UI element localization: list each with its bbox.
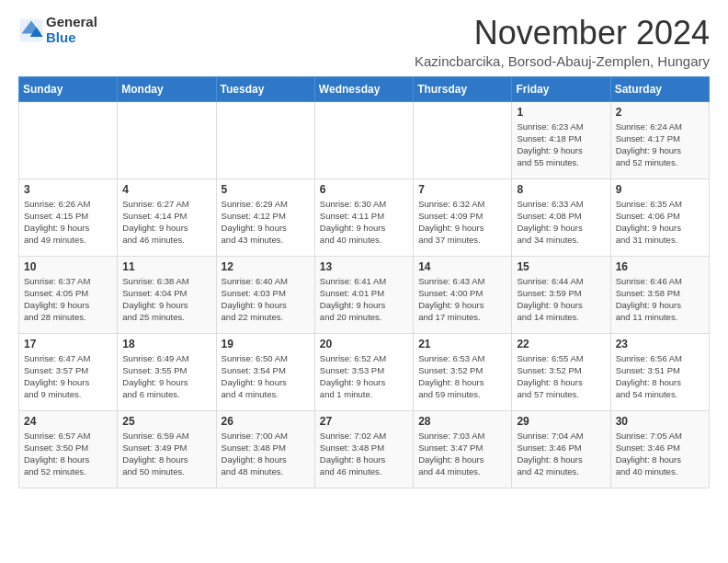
- calendar-cell: 30Sunrise: 7:05 AMSunset: 3:46 PMDayligh…: [610, 410, 709, 488]
- calendar-cell: 18Sunrise: 6:49 AMSunset: 3:55 PMDayligh…: [118, 333, 216, 410]
- calendar-cell: 16Sunrise: 6:46 AMSunset: 3:58 PMDayligh…: [610, 256, 709, 333]
- col-saturday: Saturday: [610, 76, 709, 101]
- calendar-cell: 5Sunrise: 6:29 AMSunset: 4:12 PMDaylight…: [216, 178, 314, 256]
- day-number: 20: [320, 338, 408, 350]
- day-number: 30: [616, 415, 704, 428]
- calendar-week-5: 24Sunrise: 6:57 AMSunset: 3:50 PMDayligh…: [19, 410, 710, 488]
- day-info: Sunrise: 7:00 AMSunset: 3:48 PMDaylight:…: [222, 430, 310, 478]
- day-number: 12: [222, 260, 310, 273]
- day-number: 23: [616, 338, 704, 350]
- calendar-cell: 20Sunrise: 6:52 AMSunset: 3:53 PMDayligh…: [314, 333, 413, 410]
- day-number: 29: [517, 415, 605, 428]
- logo-blue-text: Blue: [46, 29, 76, 45]
- logo-general-text: General: [46, 14, 97, 29]
- calendar-cell: 17Sunrise: 6:47 AMSunset: 3:57 PMDayligh…: [19, 333, 118, 410]
- calendar-table: Sunday Monday Tuesday Wednesday Thursday…: [18, 76, 710, 488]
- day-info: Sunrise: 6:30 AMSunset: 4:11 PMDaylight:…: [320, 198, 408, 247]
- calendar-cell: 25Sunrise: 6:59 AMSunset: 3:49 PMDayligh…: [118, 410, 216, 488]
- day-info: Sunrise: 6:52 AMSunset: 3:53 PMDaylight:…: [320, 352, 408, 401]
- calendar-week-2: 3Sunrise: 6:26 AMSunset: 4:15 PMDaylight…: [19, 178, 710, 256]
- title-block: November 2024 Kazincbarcika, Borsod-Abau…: [415, 15, 710, 69]
- day-info: Sunrise: 6:49 AMSunset: 3:55 PMDaylight:…: [122, 352, 210, 401]
- calendar-cell: [216, 101, 314, 178]
- calendar-cell: 1Sunrise: 6:23 AMSunset: 4:18 PMDaylight…: [512, 101, 610, 178]
- day-info: Sunrise: 6:46 AMSunset: 3:58 PMDaylight:…: [616, 275, 704, 324]
- day-info: Sunrise: 6:24 AMSunset: 4:17 PMDaylight:…: [616, 121, 704, 169]
- day-number: 24: [24, 415, 112, 428]
- day-number: 1: [517, 106, 605, 119]
- header: General Blue November 2024 Kazincbarcika…: [18, 15, 710, 69]
- col-monday: Monday: [118, 76, 216, 101]
- day-info: Sunrise: 6:59 AMSunset: 3:49 PMDaylight:…: [122, 430, 210, 478]
- calendar-cell: 8Sunrise: 6:33 AMSunset: 4:08 PMDaylight…: [512, 178, 610, 256]
- day-number: 15: [517, 260, 605, 273]
- calendar-week-4: 17Sunrise: 6:47 AMSunset: 3:57 PMDayligh…: [19, 333, 710, 410]
- calendar-cell: 4Sunrise: 6:27 AMSunset: 4:14 PMDaylight…: [118, 178, 216, 256]
- day-number: 27: [320, 415, 408, 428]
- day-info: Sunrise: 6:55 AMSunset: 3:52 PMDaylight:…: [517, 352, 605, 401]
- calendar-cell: 6Sunrise: 6:30 AMSunset: 4:11 PMDaylight…: [314, 178, 413, 256]
- day-info: Sunrise: 6:26 AMSunset: 4:15 PMDaylight:…: [24, 198, 112, 247]
- day-number: 8: [517, 183, 605, 196]
- day-info: Sunrise: 6:40 AMSunset: 4:03 PMDaylight:…: [222, 275, 310, 324]
- calendar-cell: [314, 101, 413, 178]
- day-info: Sunrise: 6:23 AMSunset: 4:18 PMDaylight:…: [517, 121, 605, 169]
- day-number: 19: [222, 338, 310, 350]
- day-info: Sunrise: 6:53 AMSunset: 3:52 PMDaylight:…: [418, 352, 506, 401]
- day-info: Sunrise: 6:56 AMSunset: 3:51 PMDaylight:…: [616, 352, 704, 401]
- calendar-cell: [118, 101, 216, 178]
- day-number: 11: [122, 260, 210, 273]
- day-number: 25: [122, 415, 210, 428]
- location-subtitle: Kazincbarcika, Borsod-Abauj-Zemplen, Hun…: [415, 53, 710, 69]
- day-info: Sunrise: 6:29 AMSunset: 4:12 PMDaylight:…: [222, 198, 310, 247]
- day-info: Sunrise: 7:03 AMSunset: 3:47 PMDaylight:…: [418, 430, 506, 478]
- calendar-cell: 3Sunrise: 6:26 AMSunset: 4:15 PMDaylight…: [19, 178, 118, 256]
- day-number: 3: [24, 183, 112, 196]
- day-number: 10: [24, 260, 112, 273]
- day-info: Sunrise: 6:50 AMSunset: 3:54 PMDaylight:…: [222, 352, 310, 401]
- day-info: Sunrise: 6:43 AMSunset: 4:00 PMDaylight:…: [418, 275, 506, 324]
- calendar-cell: 24Sunrise: 6:57 AMSunset: 3:50 PMDayligh…: [19, 410, 118, 488]
- calendar-cell: [414, 101, 512, 178]
- col-sunday: Sunday: [19, 76, 118, 101]
- day-info: Sunrise: 7:04 AMSunset: 3:46 PMDaylight:…: [517, 430, 605, 478]
- calendar-header-row: Sunday Monday Tuesday Wednesday Thursday…: [19, 76, 710, 101]
- calendar-cell: 9Sunrise: 6:35 AMSunset: 4:06 PMDaylight…: [610, 178, 709, 256]
- day-info: Sunrise: 7:02 AMSunset: 3:48 PMDaylight:…: [320, 430, 408, 478]
- calendar-cell: 2Sunrise: 6:24 AMSunset: 4:17 PMDaylight…: [610, 101, 709, 178]
- day-number: 13: [320, 260, 408, 273]
- calendar-cell: 15Sunrise: 6:44 AMSunset: 3:59 PMDayligh…: [512, 256, 610, 333]
- day-number: 21: [418, 338, 506, 350]
- day-info: Sunrise: 7:05 AMSunset: 3:46 PMDaylight:…: [616, 430, 704, 478]
- day-number: 2: [616, 106, 704, 119]
- day-number: 28: [418, 415, 506, 428]
- day-number: 22: [517, 338, 605, 350]
- calendar-cell: 26Sunrise: 7:00 AMSunset: 3:48 PMDayligh…: [216, 410, 314, 488]
- col-friday: Friday: [512, 76, 610, 101]
- calendar-cell: 27Sunrise: 7:02 AMSunset: 3:48 PMDayligh…: [314, 410, 413, 488]
- day-number: 7: [418, 183, 506, 196]
- calendar-cell: [19, 101, 118, 178]
- day-number: 14: [418, 260, 506, 273]
- page: General Blue November 2024 Kazincbarcika…: [0, 0, 728, 498]
- day-info: Sunrise: 6:41 AMSunset: 4:01 PMDaylight:…: [320, 275, 408, 324]
- col-thursday: Thursday: [414, 76, 512, 101]
- day-number: 17: [24, 338, 112, 350]
- calendar-week-3: 10Sunrise: 6:37 AMSunset: 4:05 PMDayligh…: [19, 256, 710, 333]
- calendar-cell: 21Sunrise: 6:53 AMSunset: 3:52 PMDayligh…: [414, 333, 512, 410]
- day-info: Sunrise: 6:35 AMSunset: 4:06 PMDaylight:…: [616, 198, 704, 247]
- day-number: 5: [222, 183, 310, 196]
- calendar-cell: 11Sunrise: 6:38 AMSunset: 4:04 PMDayligh…: [118, 256, 216, 333]
- calendar-cell: 7Sunrise: 6:32 AMSunset: 4:09 PMDaylight…: [414, 178, 512, 256]
- day-number: 9: [616, 183, 704, 196]
- day-number: 6: [320, 183, 408, 196]
- day-info: Sunrise: 6:44 AMSunset: 3:59 PMDaylight:…: [517, 275, 605, 324]
- calendar-cell: 23Sunrise: 6:56 AMSunset: 3:51 PMDayligh…: [610, 333, 709, 410]
- calendar-cell: 28Sunrise: 7:03 AMSunset: 3:47 PMDayligh…: [414, 410, 512, 488]
- calendar-cell: 10Sunrise: 6:37 AMSunset: 4:05 PMDayligh…: [19, 256, 118, 333]
- day-info: Sunrise: 6:27 AMSunset: 4:14 PMDaylight:…: [122, 198, 210, 247]
- calendar-cell: 12Sunrise: 6:40 AMSunset: 4:03 PMDayligh…: [216, 256, 314, 333]
- calendar-cell: 13Sunrise: 6:41 AMSunset: 4:01 PMDayligh…: [314, 256, 413, 333]
- day-number: 18: [122, 338, 210, 350]
- calendar-cell: 19Sunrise: 6:50 AMSunset: 3:54 PMDayligh…: [216, 333, 314, 410]
